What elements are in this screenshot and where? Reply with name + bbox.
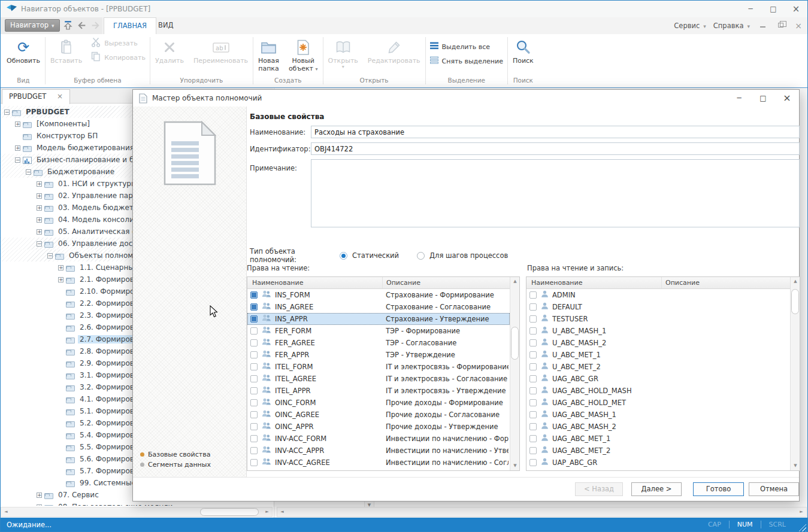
window-minimize-button[interactable]: ─ [739,1,762,17]
permission-row[interactable]: TESTUSER [526,313,790,325]
row-checkbox[interactable] [250,435,258,442]
scrollbar-thumb[interactable] [200,508,259,516]
next-button[interactable]: Далее > [631,482,682,496]
permission-row[interactable]: FER_APPR ТЭР - Утверждение [247,349,510,361]
back-arrow-icon[interactable] [77,20,87,32]
column-header-description[interactable]: Описание [661,277,700,288]
permission-row[interactable]: ITEL_AGREE IT и электросвязь - Согласова… [247,373,510,385]
tree-expander[interactable] [15,145,20,151]
tree-expander[interactable] [37,181,42,187]
scroll-down-icon[interactable]: ▼ [510,461,520,470]
permission-row[interactable]: ITEL_APPR IT и электросвязь - Утверждени… [247,385,510,397]
radio-static[interactable] [340,252,347,260]
menu-service[interactable]: Сервис▾ [670,22,710,30]
row-checkbox[interactable] [529,375,537,382]
permission-row[interactable]: OINC_FORM Прочие доходы - Формирование [247,397,510,409]
permission-row[interactable]: UAG_ABC_MASH_1 [526,409,790,421]
tree-expander[interactable] [37,493,42,498]
resize-grip[interactable] [797,522,806,531]
dialog-minimize-button[interactable]: ─ [727,90,751,107]
radio-static-label[interactable]: Статический [352,251,399,260]
scroll-right-icon[interactable]: ► [262,507,272,516]
permission-row[interactable]: INV-ACC_FORM Инвестиции по начислению - … [247,433,510,445]
row-checkbox[interactable] [250,411,258,418]
row-checkbox[interactable] [250,291,258,299]
row-checkbox[interactable] [529,291,537,299]
row-checkbox[interactable] [529,327,537,335]
scroll-left-icon[interactable]: ◄ [1,507,11,516]
row-checkbox[interactable] [250,351,258,358]
search-button[interactable]: Поиск [508,36,538,66]
refresh-button[interactable]: ⟳ Обновить [2,36,45,66]
row-checkbox[interactable] [529,423,537,430]
tree-expander[interactable] [37,193,42,199]
permission-row[interactable]: ADMIN [526,289,790,301]
tree-expander[interactable] [37,241,42,247]
column-header-name[interactable]: Наименование [531,277,582,288]
tree-expander[interactable] [15,157,20,163]
row-checkbox[interactable] [250,375,258,382]
row-checkbox[interactable] [250,399,258,406]
permission-row[interactable]: ITEL_FORM IT и электросвязь - Формирован… [247,361,510,373]
row-checkbox[interactable] [529,435,537,442]
row-checkbox[interactable] [529,447,537,454]
row-checkbox[interactable] [250,339,258,346]
tree-expander[interactable] [26,169,31,175]
scroll-left-icon[interactable]: ◄ [277,507,287,516]
wizard-step[interactable]: Сегменты данных [140,460,211,470]
radio-process-steps[interactable] [417,252,425,260]
scroll-down-icon[interactable]: ▼ [791,461,800,470]
note-field[interactable] [311,159,800,227]
scrollbar-thumb[interactable] [511,327,519,360]
permission-row[interactable]: U_ABC_MET_2 [526,361,790,373]
tab-home[interactable]: ГЛАВНАЯ [104,17,156,34]
permission-row[interactable]: UAP_ABC_GR [526,457,790,469]
tree-expander[interactable] [58,277,63,282]
permission-row[interactable]: UAG_ABC_HOLD_MASH [526,385,790,397]
list-header[interactable]: Наименование Описание [526,277,790,289]
read-list-scrollbar[interactable]: ▲ ▼ [510,277,519,470]
mdi-close-button[interactable]: × [789,17,807,34]
tree-expander[interactable] [37,229,42,235]
row-checkbox[interactable] [529,387,537,394]
finish-button[interactable]: Готово [693,482,744,496]
permission-row[interactable]: U_ABC_MASH_1 [526,325,790,337]
row-checkbox[interactable] [529,303,537,311]
tree-expander[interactable] [15,121,20,127]
tree-expander[interactable] [47,253,53,259]
scrollbar-thumb[interactable] [791,289,799,314]
scroll-right-icon[interactable]: ► [797,507,806,516]
list-header[interactable]: Наименование Описание [247,277,510,289]
tree-expander[interactable] [58,265,63,270]
row-checkbox[interactable] [250,447,258,454]
wizard-step[interactable]: Базовые свойства [140,449,211,460]
permission-row[interactable]: INV-ACC_APPR Инвестиции по начислению - … [247,445,510,457]
row-checkbox[interactable] [250,387,258,394]
column-header-name[interactable]: Наименование [252,277,303,288]
tree-expander[interactable] [4,110,10,115]
row-checkbox[interactable] [250,327,258,335]
window-close-button[interactable]: × [785,1,807,17]
row-checkbox[interactable] [529,399,537,406]
row-checkbox[interactable] [529,411,537,418]
new-folder-button[interactable]: Новаяпапка [253,36,284,74]
id-field[interactable] [311,142,800,155]
dialog-close-button[interactable]: × [775,90,799,107]
permission-row[interactable]: UAG_ABC_MASH_2 [526,421,790,433]
row-checkbox[interactable] [250,315,258,323]
row-checkbox[interactable] [250,423,258,430]
tree-expander[interactable] [37,504,42,506]
permission-row[interactable]: UAG_ABC_MET_2 [526,445,790,457]
permission-row[interactable]: UAG_ABC_HOLD_MET [526,397,790,409]
mdi-minimize-button[interactable] [753,17,771,34]
new-object-button[interactable]: Новыйобъект ▾ [284,36,323,75]
tree-horizontal-scrollbar[interactable]: ◄ ► [1,507,273,517]
tree-tab-ppbudget[interactable]: PPBUDGET × [2,89,70,104]
cancel-button[interactable]: Отмена [749,482,799,496]
permission-row[interactable]: DEFAULT [526,301,790,313]
window-maximize-button[interactable]: □ [762,1,785,17]
tree-expander[interactable] [37,205,42,211]
permission-row[interactable]: INS_AGREE Страхование - Согласование [247,301,510,313]
permission-row[interactable]: INV-ACC_AGREE Инвестиции по начислению -… [247,457,510,469]
permission-row[interactable]: INS_APPR Страхование - Утверждение [247,313,510,325]
